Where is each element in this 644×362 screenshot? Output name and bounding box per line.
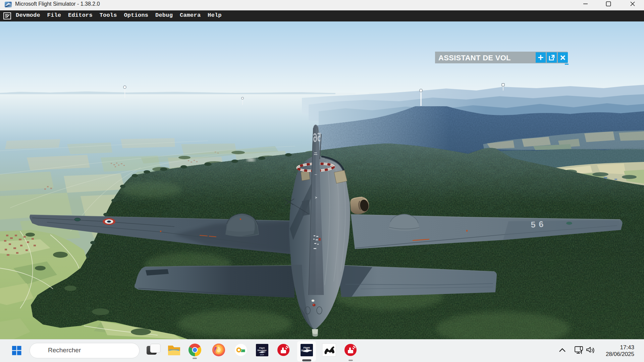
svg-text:56: 56 xyxy=(531,219,547,229)
svg-text:Flight: Flight xyxy=(303,347,310,349)
svg-text:Flight: Flight xyxy=(259,347,265,349)
svg-text:Simulator: Simulator xyxy=(301,349,313,352)
svg-text:Simulator: Simulator xyxy=(257,349,267,351)
svg-text:2024: 2024 xyxy=(260,354,264,356)
